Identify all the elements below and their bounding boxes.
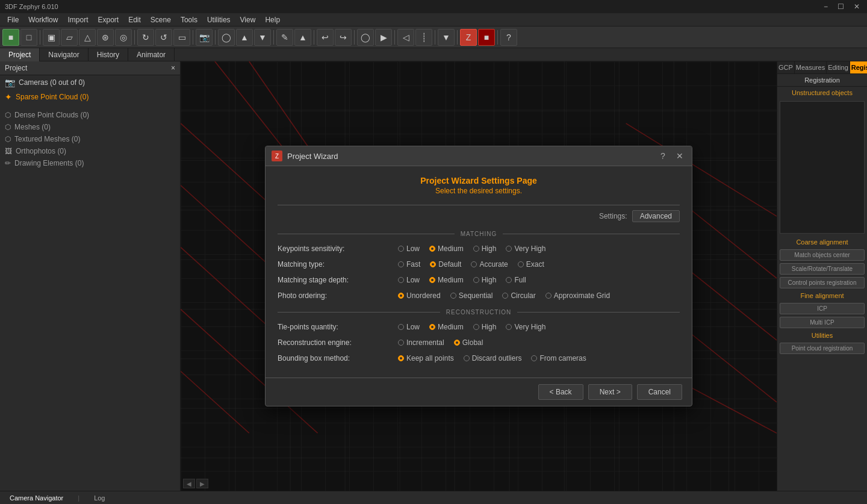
ordering-unordered-radio[interactable] — [398, 293, 404, 299]
menu-utilities[interactable]: Utilities — [202, 14, 235, 25]
menu-help[interactable]: Help — [260, 14, 285, 25]
toolbar-btn-8[interactable]: ↺ — [155, 29, 172, 46]
menu-scene[interactable]: Scene — [146, 14, 176, 25]
engine-global-radio[interactable] — [454, 340, 460, 346]
ordering-unordered[interactable]: Unordered — [398, 291, 441, 300]
control-points-btn[interactable]: Control points registration — [780, 277, 865, 288]
depth-low[interactable]: Low — [398, 276, 420, 284]
keypoints-medium-radio[interactable] — [429, 246, 435, 252]
wizard-close-button[interactable]: ✕ — [674, 150, 686, 162]
back-button[interactable]: < Back — [538, 384, 583, 400]
ordering-circular[interactable]: Circular — [502, 291, 535, 300]
type-fast-radio[interactable] — [398, 261, 404, 267]
depth-low-radio[interactable] — [398, 277, 404, 283]
keypoints-low[interactable]: Low — [398, 244, 420, 253]
toolbar-btn-12[interactable]: ▲ — [236, 29, 253, 46]
type-accurate-radio[interactable] — [471, 261, 477, 267]
meshes-item[interactable]: ⬡ Meshes (0) — [0, 121, 180, 133]
toolbar-open[interactable]: □ — [20, 29, 37, 46]
keypoints-low-radio[interactable] — [398, 246, 404, 252]
menu-view[interactable]: View — [235, 14, 261, 25]
bottom-tab-log[interactable]: Log — [89, 493, 110, 503]
toolbar-new[interactable]: ■ — [2, 29, 19, 46]
toolbar-btn-2[interactable]: ▣ — [43, 29, 60, 46]
point-cloud-reg-btn[interactable]: Point cloud registration — [780, 343, 865, 354]
tab-navigator[interactable]: Navigator — [40, 48, 88, 61]
bbox-discard-radio[interactable] — [464, 355, 470, 361]
toolbar-btn-21[interactable]: ┊ — [415, 29, 432, 46]
toolbar-btn-9[interactable]: ▭ — [173, 29, 190, 46]
cameras-item[interactable]: 📷 Cameras (0 out of 0) — [0, 75, 180, 90]
minimize-button[interactable]: − — [821, 2, 830, 11]
tp-low-radio[interactable] — [398, 324, 404, 330]
toolbar-help[interactable]: ? — [500, 29, 517, 46]
engine-incremental[interactable]: Incremental — [398, 338, 444, 347]
tp-high[interactable]: High — [473, 323, 497, 331]
bbox-cameras[interactable]: From cameras — [531, 354, 586, 362]
tp-medium[interactable]: Medium — [429, 323, 464, 331]
tab-animator[interactable]: Animator — [128, 48, 175, 61]
sparse-cloud-item[interactable]: ✦ Sparse Point Cloud (0) — [0, 90, 180, 104]
scale-rotate-btn[interactable]: Scale/Rotate/Translate — [780, 263, 865, 275]
tp-veryhigh[interactable]: Very High — [506, 323, 545, 331]
icp-btn[interactable]: ICP — [780, 303, 865, 314]
bbox-keepall-radio[interactable] — [398, 355, 404, 361]
type-fast[interactable]: Fast — [398, 260, 420, 269]
depth-high[interactable]: High — [473, 276, 497, 284]
type-exact[interactable]: Exact — [518, 260, 544, 269]
keypoints-veryhigh-radio[interactable] — [506, 246, 512, 252]
tp-high-radio[interactable] — [473, 324, 479, 330]
toolbar-btn-19[interactable]: ▶ — [375, 29, 392, 46]
toolbar-btn-16[interactable]: ↩ — [317, 29, 334, 46]
match-objects-btn[interactable]: Match objects center — [780, 249, 865, 261]
menu-workflow[interactable]: Workflow — [23, 14, 63, 25]
ordering-sequential-radio[interactable] — [450, 293, 456, 299]
toolbar-btn-20[interactable]: ◁ — [397, 29, 414, 46]
ordering-circular-radio[interactable] — [502, 293, 508, 299]
toolbar-zephyr-icon[interactable]: Z — [460, 29, 477, 46]
bottom-tab-camera[interactable]: Camera Navigator — [5, 493, 68, 503]
menu-export[interactable]: Export — [93, 14, 123, 25]
depth-full-radio[interactable] — [506, 277, 512, 283]
toolbar-btn-7[interactable]: ↻ — [137, 29, 154, 46]
depth-medium-radio[interactable] — [429, 277, 435, 283]
textured-meshes-item[interactable]: ⬡ Textured Meshes (0) — [0, 133, 180, 145]
toolbar-btn-6[interactable]: ◎ — [115, 29, 132, 46]
toolbar-btn-5[interactable]: ⊛ — [97, 29, 114, 46]
type-exact-radio[interactable] — [518, 261, 524, 267]
engine-global[interactable]: Global — [454, 338, 483, 347]
dense-clouds-item[interactable]: ⬡ Dense Point Clouds (0) — [0, 109, 180, 121]
tab-measures[interactable]: Measures — [795, 61, 827, 73]
cancel-button[interactable]: Cancel — [637, 384, 682, 400]
toolbar-red-icon[interactable]: ■ — [478, 29, 495, 46]
orthophotos-item[interactable]: 🖼 Orthophotos (0) — [0, 145, 180, 157]
multi-icp-btn[interactable]: Multi ICP — [780, 317, 865, 328]
window-controls[interactable]: − ☐ ✕ — [821, 2, 862, 11]
maximize-button[interactable]: ☐ — [835, 2, 847, 11]
toolbar-btn-17[interactable]: ↪ — [335, 29, 352, 46]
ordering-approx-radio[interactable] — [545, 293, 552, 299]
bbox-discard[interactable]: Discard outliers — [464, 354, 522, 362]
type-default[interactable]: Default — [430, 260, 461, 269]
toolbar-btn-3[interactable]: ▱ — [61, 29, 78, 46]
toolbar-btn-14[interactable]: ✎ — [276, 29, 293, 46]
toolbar-btn-13[interactable]: ▼ — [254, 29, 271, 46]
depth-high-radio[interactable] — [473, 277, 479, 283]
keypoints-high-radio[interactable] — [473, 246, 479, 252]
tp-low[interactable]: Low — [398, 323, 420, 331]
menu-edit[interactable]: Edit — [123, 14, 146, 25]
settings-dropdown[interactable]: Advanced — [632, 210, 680, 222]
type-accurate[interactable]: Accurate — [471, 260, 508, 269]
bbox-cameras-radio[interactable] — [531, 355, 537, 361]
ordering-sequential[interactable]: Sequential — [450, 291, 493, 300]
wizard-help-button[interactable]: ? — [657, 150, 669, 162]
engine-incremental-radio[interactable] — [398, 340, 404, 346]
tp-medium-radio[interactable] — [429, 324, 435, 330]
tab-history[interactable]: History — [89, 48, 128, 61]
tab-editing[interactable]: Editing — [827, 61, 850, 73]
tp-veryhigh-radio[interactable] — [506, 324, 512, 330]
toolbar-btn-18[interactable]: ◯ — [357, 29, 374, 46]
menu-tools[interactable]: Tools — [176, 14, 202, 25]
toolbar-btn-4[interactable]: △ — [79, 29, 96, 46]
next-button[interactable]: Next > — [588, 384, 632, 400]
